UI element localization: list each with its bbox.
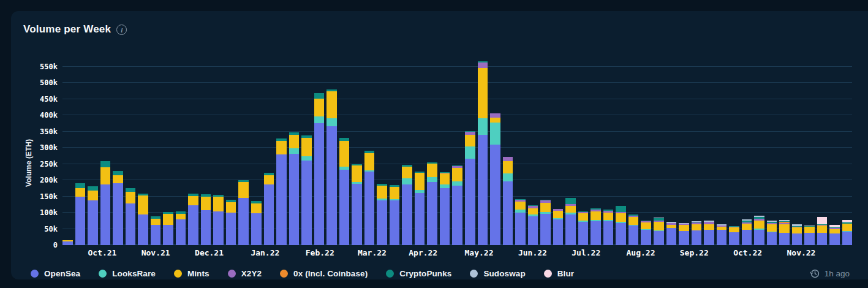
bar-segment-cryptopunks[interactable]	[100, 161, 111, 167]
bar-week-39[interactable]	[540, 200, 551, 245]
bar-segment-mints[interactable]	[126, 192, 136, 203]
bar-segment-mints[interactable]	[326, 91, 337, 119]
bar-week-53[interactable]	[717, 224, 727, 245]
bar-week-14[interactable]	[226, 200, 236, 245]
bar-week-54[interactable]	[729, 226, 739, 245]
bar-segment-mints[interactable]	[654, 222, 664, 230]
bar-segment-cryptopunks[interactable]	[565, 198, 576, 204]
bar-segment-mints[interactable]	[201, 197, 211, 211]
bar-segment-opensea[interactable]	[804, 233, 815, 245]
bar-segment-mints[interactable]	[578, 213, 589, 221]
bar-week-15[interactable]	[238, 180, 249, 245]
bar-segment-opensea[interactable]	[641, 230, 651, 245]
bar-week-23[interactable]	[339, 138, 350, 245]
bar-segment-mints[interactable]	[842, 224, 853, 231]
bar-week-38[interactable]	[528, 205, 538, 245]
bar-segment-mints[interactable]	[503, 161, 513, 173]
bar-segment-mints[interactable]	[188, 196, 198, 205]
bar-segment-mints[interactable]	[641, 222, 651, 229]
bar-segment-mints[interactable]	[138, 195, 148, 214]
bar-segment-opensea[interactable]	[226, 213, 236, 245]
bar-segment-cryptopunks[interactable]	[88, 186, 98, 191]
bar-segment-opensea[interactable]	[100, 184, 111, 245]
bar-segment-looksrare[interactable]	[402, 178, 412, 184]
bar-segment-looksrare[interactable]	[490, 123, 500, 145]
bar-segment-opensea[interactable]	[704, 230, 714, 245]
bar-segment-opensea[interactable]	[528, 216, 538, 245]
bar-segment-mints[interactable]	[540, 203, 551, 212]
bar-segment-opensea[interactable]	[578, 222, 589, 245]
bar-week-3[interactable]	[88, 186, 98, 245]
bar-segment-opensea[interactable]	[779, 233, 790, 245]
bar-segment-mints[interactable]	[151, 219, 161, 225]
bar-segment-mints[interactable]	[515, 202, 526, 210]
bar-segment-opensea[interactable]	[754, 230, 764, 245]
bar-segment-cryptopunks[interactable]	[113, 171, 123, 175]
bar-week-42[interactable]	[578, 211, 589, 245]
bar-week-62[interactable]	[829, 225, 840, 245]
bar-week-1[interactable]	[62, 240, 73, 245]
bar-week-31[interactable]	[440, 172, 450, 245]
bar-segment-opensea[interactable]	[692, 230, 702, 245]
bar-week-50[interactable]	[679, 223, 689, 245]
bar-segment-mints[interactable]	[264, 175, 274, 185]
bar-segment-opensea[interactable]	[163, 225, 173, 245]
bar-segment-opensea[interactable]	[415, 193, 425, 245]
bar-segment-mints[interactable]	[88, 191, 98, 200]
bar-segment-opensea[interactable]	[465, 159, 475, 245]
bar-segment-mints[interactable]	[528, 208, 538, 215]
bar-week-45[interactable]	[616, 206, 626, 245]
bar-segment-opensea[interactable]	[503, 181, 513, 245]
bar-segment-looksrare[interactable]	[465, 146, 475, 159]
bar-week-52[interactable]	[704, 221, 714, 245]
bar-week-61[interactable]	[817, 217, 828, 245]
bar-segment-opensea[interactable]	[390, 200, 400, 245]
bar-segment-opensea[interactable]	[402, 184, 412, 245]
bar-segment-opensea[interactable]	[326, 126, 337, 246]
bar-week-58[interactable]	[779, 220, 790, 245]
bar-segment-opensea[interactable]	[264, 184, 274, 245]
bar-week-7[interactable]	[138, 194, 148, 245]
bar-week-41[interactable]	[565, 198, 576, 245]
bar-segment-looksrare[interactable]	[301, 156, 312, 161]
bar-segment-opensea[interactable]	[201, 210, 211, 245]
bar-segment-mints[interactable]	[817, 225, 828, 233]
bar-segment-opensea[interactable]	[616, 223, 626, 245]
bar-segment-mints[interactable]	[478, 68, 488, 119]
bar-week-63[interactable]	[842, 220, 853, 245]
bar-week-37[interactable]	[515, 199, 526, 245]
bar-segment-opensea[interactable]	[603, 221, 614, 245]
bar-week-26[interactable]	[377, 184, 387, 245]
bar-segment-opensea[interactable]	[767, 232, 777, 245]
bar-segment-mints[interactable]	[427, 164, 437, 176]
bar-segment-x2y2[interactable]	[490, 113, 500, 118]
bar-week-55[interactable]	[742, 219, 752, 245]
bar-week-40[interactable]	[553, 209, 564, 245]
bar-segment-looksrare[interactable]	[326, 118, 337, 126]
bar-segment-mints[interactable]	[742, 224, 752, 230]
bar-week-18[interactable]	[276, 138, 287, 245]
bar-segment-mints[interactable]	[314, 99, 325, 116]
bar-week-12[interactable]	[201, 194, 211, 245]
bar-segment-looksrare[interactable]	[452, 181, 462, 186]
bar-segment-mints[interactable]	[692, 224, 702, 230]
bar-segment-looksrare[interactable]	[314, 116, 325, 124]
bar-segment-mints[interactable]	[402, 167, 412, 179]
bar-segment-mints[interactable]	[289, 135, 300, 148]
bar-week-17[interactable]	[264, 173, 274, 245]
bar-segment-mints[interactable]	[628, 217, 639, 225]
bar-segment-mints[interactable]	[465, 135, 475, 147]
bar-segment-opensea[interactable]	[251, 213, 262, 245]
bar-segment-opensea[interactable]	[276, 154, 287, 245]
bar-segment-opensea[interactable]	[565, 214, 576, 245]
bar-segment-looksrare[interactable]	[427, 177, 437, 182]
bar-week-49[interactable]	[666, 222, 677, 245]
bar-segment-opensea[interactable]	[591, 221, 601, 245]
bar-segment-mints[interactable]	[565, 206, 576, 213]
legend-item-0x-incl-coinbase-[interactable]: 0x (Incl. Coinbase)	[280, 269, 368, 278]
bar-segment-mints[interactable]	[176, 214, 186, 219]
bar-segment-opensea[interactable]	[628, 225, 639, 245]
bar-week-36[interactable]	[503, 157, 513, 245]
bar-segment-opensea[interactable]	[654, 231, 664, 245]
bar-segment-opensea[interactable]	[113, 183, 123, 245]
